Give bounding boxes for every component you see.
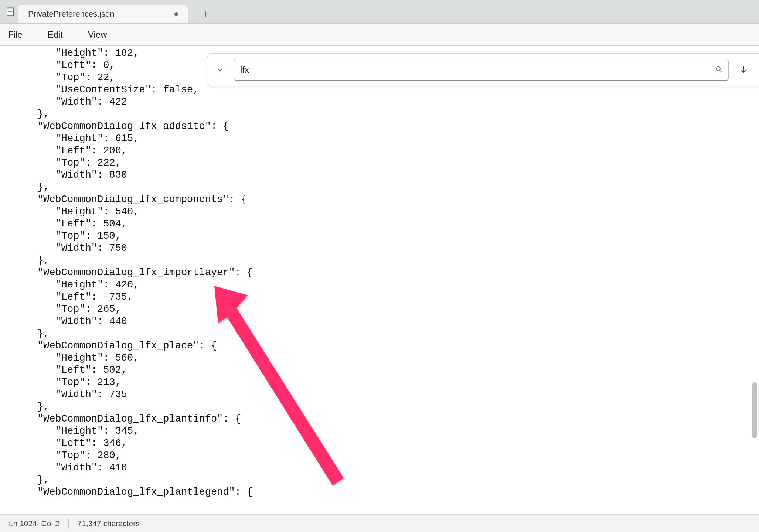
find-search-button[interactable] xyxy=(715,65,722,74)
find-bar xyxy=(207,53,759,86)
menu-file[interactable]: File xyxy=(4,27,27,42)
chevron-down-icon xyxy=(216,66,224,74)
status-cursor-position: Ln 1024, Col 2 xyxy=(9,519,59,528)
plus-icon xyxy=(202,10,210,18)
new-tab-button[interactable] xyxy=(197,5,215,23)
titlebar: PrivatePreferences.json xyxy=(0,0,759,24)
tab-dirty-indicator-icon xyxy=(174,12,178,16)
find-next-button[interactable] xyxy=(735,62,752,78)
editor-text[interactable]: "Height": 182, "Left": 0, "Top": 22, "Us… xyxy=(0,46,759,514)
tab-title: PrivatePreferences.json xyxy=(28,9,169,19)
status-separator xyxy=(68,519,69,528)
find-expand-toggle[interactable] xyxy=(212,62,227,77)
svg-line-8 xyxy=(720,70,722,72)
editor-area: "Height": 182, "Left": 0, "Top": 22, "Us… xyxy=(0,46,759,514)
scrollbar-track xyxy=(751,47,758,513)
find-input[interactable] xyxy=(240,65,715,75)
arrow-down-icon xyxy=(739,65,748,75)
menu-edit[interactable]: Edit xyxy=(43,27,67,42)
notepad-icon xyxy=(6,7,15,16)
search-icon xyxy=(715,65,722,73)
svg-rect-4 xyxy=(7,7,13,8)
status-char-count: 71,347 characters xyxy=(78,519,140,528)
svg-point-7 xyxy=(716,66,720,71)
vertical-scrollbar[interactable] xyxy=(751,47,758,513)
find-input-wrapper xyxy=(234,59,729,81)
app-icon xyxy=(3,4,18,19)
status-bar: Ln 1024, Col 2 71,347 characters xyxy=(0,514,759,532)
menubar: File Edit View xyxy=(0,24,759,46)
menu-view[interactable]: View xyxy=(84,27,112,42)
scrollbar-thumb[interactable] xyxy=(752,382,757,438)
tab-active[interactable]: PrivatePreferences.json xyxy=(18,5,188,23)
